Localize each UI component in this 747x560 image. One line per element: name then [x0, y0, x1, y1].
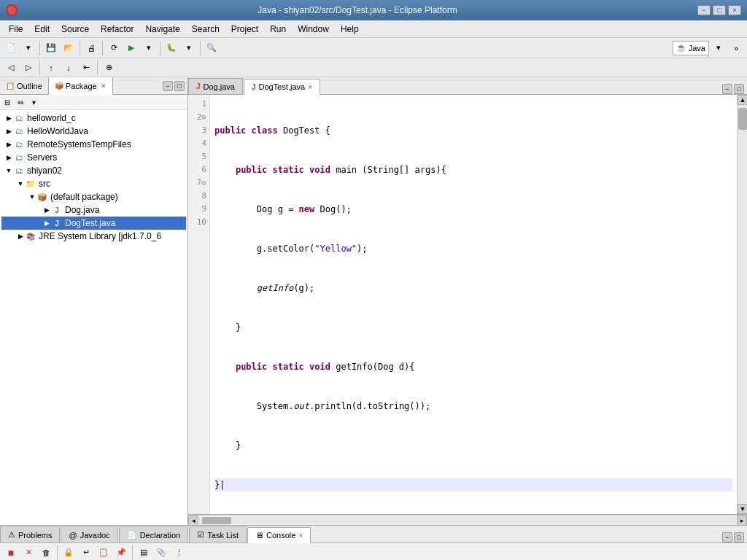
tab-problems[interactable]: ⚠ Problems — [0, 526, 60, 542]
console-terminate[interactable]: ■ — [3, 545, 19, 561]
console-remove[interactable]: ✕ — [20, 545, 36, 561]
code-editor[interactable]: 1 2⊙ 3 4 5 6 7⊙ 8 9 10 public class DogT… — [188, 95, 747, 515]
next-annotation[interactable]: ⊕ — [101, 60, 117, 76]
menu-refactor[interactable]: Refactor — [95, 23, 139, 36]
menu-navigate[interactable]: Navigate — [139, 23, 185, 36]
tab-dog-java[interactable]: J Dog.java — [188, 78, 243, 94]
line-num-4: 4 — [188, 137, 209, 150]
next-edit-button[interactable]: ↓ — [61, 60, 77, 76]
menu-edit[interactable]: Edit — [28, 23, 55, 36]
tree-item-jre[interactable]: ▶ 📚 JRE System Library [jdk1.7.0_6 — [1, 230, 186, 243]
tab-package[interactable]: 📦 Package ✕ — [48, 77, 113, 95]
package-tab-menu[interactable]: ✕ — [101, 82, 107, 90]
tree-item-dog-java[interactable]: ▶ J Dog.java — [1, 203, 186, 217]
run-button[interactable]: ▶ — [123, 40, 139, 56]
hscroll-right[interactable]: ▸ — [737, 516, 747, 526]
editor-minimize[interactable]: − — [722, 84, 732, 94]
console-tb-sep1 — [57, 545, 58, 560]
tab-javadoc[interactable]: @ Javadoc — [61, 526, 117, 542]
tab-outline[interactable]: 📋 Outline — [0, 77, 48, 95]
back-button[interactable]: ◁ — [3, 60, 19, 76]
dogtest-tab-close[interactable]: × — [308, 83, 312, 91]
menu-source[interactable]: Source — [55, 23, 95, 36]
menu-help[interactable]: Help — [335, 23, 365, 36]
editor-maximize[interactable]: □ — [734, 84, 744, 94]
vscroll-thumb[interactable] — [738, 108, 747, 130]
menu-window[interactable]: Window — [292, 23, 335, 36]
tree-item-helloworldjava[interactable]: ▶ 🗂 HelloWorldJava — [1, 125, 186, 138]
code-line-2: public static void main (String[] args){ — [214, 163, 732, 176]
toolbar-extra[interactable]: » — [728, 40, 744, 56]
menu-project[interactable]: Project — [225, 23, 264, 36]
vscroll-down[interactable]: ▼ — [738, 504, 747, 514]
toggle-dogtest-java[interactable]: ▶ — [42, 219, 51, 227]
save-all-button[interactable]: 📂 — [61, 40, 77, 56]
toggle-helloworld-c[interactable]: ▶ — [4, 114, 13, 122]
toggle-servers[interactable]: ▶ — [4, 154, 13, 161]
tree-item-src[interactable]: ▼ 📁 src — [1, 177, 186, 190]
tree-area[interactable]: ▶ 🗂 helloworld_c ▶ 🗂 HelloWorldJava ▶ 🗂 … — [0, 110, 187, 525]
tab-console[interactable]: 🖥 Console × — [247, 527, 311, 543]
console-scroll-lock[interactable]: 🔒 — [61, 545, 77, 561]
toggle-helloworldjava[interactable]: ▶ — [4, 128, 13, 135]
tree-item-helloworld-c[interactable]: ▶ 🗂 helloworld_c — [1, 112, 186, 125]
editor-vscrollbar[interactable]: ▲ ▼ — [737, 95, 747, 514]
console-pin[interactable]: 📎 — [153, 545, 169, 561]
tree-item-dogtest-java[interactable]: ▶ J DogTest.java — [1, 217, 186, 230]
tab-dogtest-java[interactable]: J DogTest.java × — [244, 79, 320, 95]
collapse-all-button[interactable]: ⊟ — [1, 96, 13, 108]
console-minimize[interactable]: − — [722, 532, 732, 542]
new-button[interactable]: 📄 — [3, 40, 19, 56]
tree-item-default-package[interactable]: ▼ 📦 (default package) — [1, 190, 186, 203]
close-button[interactable]: × — [728, 5, 741, 15]
debug-button[interactable]: 🐛 — [163, 40, 179, 56]
perspective-dropdown[interactable]: ▾ — [711, 40, 727, 56]
vscroll-track[interactable] — [738, 105, 747, 504]
panel-minimize[interactable]: − — [163, 81, 173, 91]
menu-file[interactable]: File — [3, 23, 28, 36]
toggle-shiyan02[interactable]: ▼ — [4, 167, 13, 174]
console-word-wrap[interactable]: ↵ — [78, 545, 94, 561]
print-button[interactable]: 🖨 — [83, 40, 99, 56]
toggle-src[interactable]: ▼ — [16, 180, 25, 187]
console-copy[interactable]: 📋 — [96, 545, 112, 561]
tree-item-remotesystems[interactable]: ▶ 🗂 RemoteSystemsTempFiles — [1, 138, 186, 151]
save-button[interactable]: 💾 — [43, 40, 59, 56]
toggle-remotesystems[interactable]: ▶ — [4, 141, 13, 148]
search-button[interactable]: 🔍 — [204, 40, 220, 56]
code-content[interactable]: public class DogTest { public static voi… — [210, 95, 737, 514]
tree-menu-button[interactable]: ▾ — [28, 96, 39, 108]
tab-tasklist[interactable]: ☑ Task List — [189, 526, 247, 542]
forward-button[interactable]: ▷ — [20, 60, 36, 76]
toggle-default-package[interactable]: ▼ — [28, 193, 36, 201]
menu-search[interactable]: Search — [186, 23, 225, 36]
tree-item-shiyan02[interactable]: ▼ 🗂 shiyan02 — [1, 164, 186, 177]
tree-item-servers[interactable]: ▶ 🗂 Servers — [1, 151, 186, 164]
link-with-editor-button[interactable]: ⇔ — [15, 96, 26, 108]
panel-maximize[interactable]: □ — [174, 81, 185, 91]
console-options[interactable]: ⋮ — [171, 545, 187, 561]
minimize-button[interactable]: − — [697, 5, 711, 15]
toggle-dog-java[interactable]: ▶ — [42, 206, 51, 214]
editor-hscrollbar[interactable]: ◂ ▸ — [188, 515, 747, 525]
hscroll-track[interactable] — [199, 517, 736, 524]
last-edit-button[interactable]: ⇤ — [78, 60, 94, 76]
toggle-jre[interactable]: ▶ — [16, 233, 25, 240]
debug-dropdown[interactable]: ▾ — [181, 40, 197, 56]
prev-edit-button[interactable]: ↑ — [43, 60, 59, 76]
hscroll-left[interactable]: ◂ — [188, 516, 198, 526]
console-maximize[interactable]: □ — [734, 532, 744, 542]
new-dropdown[interactable]: ▾ — [20, 40, 36, 56]
vscroll-up[interactable]: ▲ — [738, 95, 747, 105]
tab-declaration[interactable]: 📄 Declaration — [119, 526, 189, 542]
console-select-page[interactable]: ▤ — [136, 545, 152, 561]
menu-run[interactable]: Run — [264, 23, 292, 36]
console-clear[interactable]: 🗑 — [38, 545, 54, 561]
maximize-button[interactable]: □ — [713, 5, 726, 15]
run-dropdown[interactable]: ▾ — [141, 40, 157, 56]
console-paste[interactable]: 📌 — [113, 545, 129, 561]
hscroll-thumb[interactable] — [202, 517, 231, 524]
refresh-button[interactable]: ⟳ — [106, 40, 122, 56]
console-tab-close[interactable]: × — [298, 532, 303, 540]
declaration-icon: 📄 — [127, 530, 137, 540]
